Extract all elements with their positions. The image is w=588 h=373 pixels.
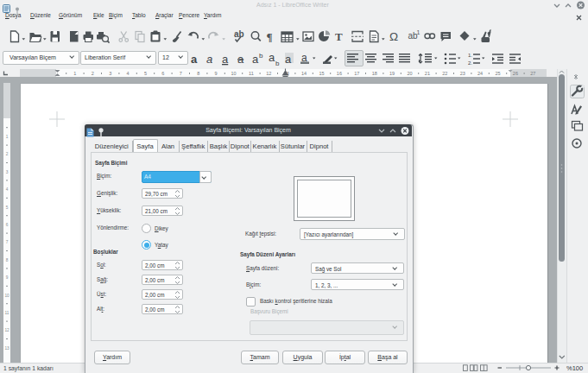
- svg-text:Ω: Ω: [389, 30, 398, 43]
- svg-text:b: b: [275, 60, 280, 67]
- svg-text:5: 5: [6, 205, 9, 210]
- svg-text:a: a: [252, 53, 259, 66]
- svg-text:2: 2: [92, 71, 94, 76]
- svg-text:11: 11: [249, 71, 254, 76]
- svg-text:13: 13: [4, 346, 9, 351]
- svg-text:11: 11: [5, 311, 9, 315]
- svg-text:1: 1: [6, 135, 9, 139]
- svg-text:¶: ¶: [267, 30, 273, 43]
- svg-text:T: T: [335, 30, 343, 43]
- svg-text:12: 12: [4, 328, 9, 332]
- svg-text:21: 21: [425, 71, 430, 76]
- svg-text:%100: %100: [566, 364, 583, 372]
- svg-text:26: 26: [513, 71, 518, 76]
- svg-text:22: 22: [442, 71, 447, 76]
- svg-text:a: a: [269, 51, 275, 64]
- svg-text:14: 14: [301, 71, 307, 76]
- svg-text:a: a: [206, 53, 212, 66]
- svg-text:3: 3: [109, 71, 111, 76]
- svg-text:24: 24: [477, 71, 483, 76]
- svg-text:10: 10: [4, 294, 9, 298]
- svg-text:17: 17: [354, 71, 359, 76]
- svg-text:7: 7: [180, 71, 182, 76]
- svg-text:9: 9: [6, 275, 9, 280]
- svg-text:4: 4: [6, 187, 9, 192]
- svg-text:20: 20: [407, 71, 412, 76]
- svg-text:16: 16: [337, 71, 342, 76]
- svg-text:9: 9: [215, 71, 218, 76]
- svg-text:8: 8: [197, 71, 199, 76]
- svg-text:2.: 2.: [468, 60, 472, 66]
- svg-text:8: 8: [6, 258, 9, 262]
- svg-text:12: 12: [266, 71, 271, 76]
- svg-text:6: 6: [161, 71, 164, 76]
- svg-text:a: a: [285, 53, 292, 66]
- svg-text:1: 1: [73, 71, 76, 76]
- svg-text:4: 4: [127, 71, 130, 76]
- svg-text:a: a: [222, 53, 229, 66]
- svg-text:27: 27: [530, 71, 535, 76]
- svg-text:a: a: [191, 53, 198, 66]
- svg-text:a: a: [237, 53, 244, 66]
- svg-text:1: 1: [417, 29, 420, 35]
- svg-text:23: 23: [460, 71, 465, 76]
- svg-text:6: 6: [6, 223, 9, 227]
- svg-text:5: 5: [144, 71, 147, 76]
- svg-text:10: 10: [231, 71, 236, 76]
- svg-text:b: b: [259, 52, 263, 60]
- svg-text:18: 18: [372, 71, 377, 76]
- svg-text:25: 25: [495, 71, 500, 76]
- svg-text:2: 2: [6, 152, 9, 156]
- svg-text:15: 15: [319, 71, 324, 76]
- svg-text:1.: 1.: [468, 53, 472, 58]
- svg-text:ab: ab: [234, 29, 244, 39]
- svg-text:3: 3: [6, 170, 9, 174]
- svg-text:7: 7: [6, 240, 9, 244]
- svg-text:19: 19: [389, 71, 395, 76]
